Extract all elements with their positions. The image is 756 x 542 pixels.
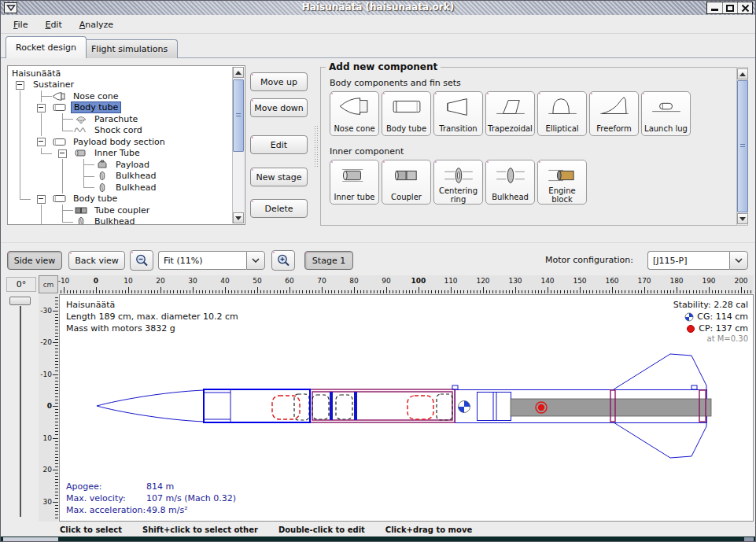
component-tree[interactable]: HaisunäätäSustainerNose coneBody tubePar… [7, 65, 245, 225]
ruler-label: -10 [58, 277, 76, 285]
edit-button[interactable]: Edit [250, 135, 308, 154]
tree-scrollbar[interactable] [232, 67, 244, 223]
tree-item-sustainer[interactable]: Sustainer [9, 79, 231, 91]
tab-bar: Rocket designFlight simulations [1, 34, 755, 58]
tree-expander[interactable] [31, 194, 52, 205]
stage-1-toggle[interactable]: Stage 1 [304, 251, 353, 270]
scroll-up-button[interactable] [737, 68, 748, 79]
component-button-nose-cone[interactable]: Nose cone [330, 91, 379, 136]
rocket-canvas[interactable]: Haisunäätä Length 189 cm, max. diameter … [59, 294, 754, 522]
tree-expander[interactable] [31, 102, 52, 114]
cg-marker [459, 401, 470, 413]
tree-item-bulkhead[interactable]: Bulkhead [9, 182, 231, 194]
ruler-label: -20 [40, 338, 52, 346]
tree-item-nose-cone[interactable]: Nose cone [9, 90, 231, 102]
new-stage-button[interactable]: New stage [250, 168, 308, 186]
bulkhead-marker [354, 392, 357, 420]
minimize-button[interactable] [707, 2, 722, 13]
resize-handle[interactable] [3, 537, 58, 542]
back-view-button[interactable]: Back view [68, 251, 125, 270]
tree-item-tube-coupler[interactable]: Tube coupler [9, 205, 231, 216]
tree-item-bulkhead[interactable]: Bulkhead [9, 171, 231, 183]
scrollbar-thumb[interactable] [233, 79, 244, 152]
tree-item-bulkhead[interactable]: Bulkhead [9, 216, 231, 226]
zoom-out-button[interactable] [130, 250, 153, 271]
close-icon [741, 4, 750, 13]
tree-item-label: Inner Tube [92, 148, 142, 158]
section-label: Inner component [330, 146, 747, 157]
tab-flight-simulations[interactable]: Flight simulations [81, 39, 178, 58]
tab-rocket-design[interactable]: Rocket design [6, 36, 87, 58]
component-button-label: Bulkhead [492, 194, 529, 205]
parachute-icon [73, 114, 89, 124]
tree-item-inner-tube[interactable]: Inner Tube [9, 148, 231, 160]
title-bar[interactable]: Haisunäätä (haisunaata.ork) [1, 1, 755, 15]
component-button-launch-lug[interactable]: Launch lug [641, 91, 691, 136]
move-up-button[interactable]: Move up [250, 72, 308, 91]
tree-item-shock-cord[interactable]: Shock cord [9, 125, 231, 137]
tree-item-body-tube[interactable]: Body tube [9, 194, 231, 205]
flight-data: Apogee:814 mMax. velocity:107 m/s (Mach … [66, 481, 236, 516]
hint-text: Click+drag to move [385, 525, 472, 534]
component-button-centering-ring[interactable]: Centering ring [433, 160, 483, 205]
ruler-label: 0 [47, 402, 52, 410]
component-button-body-tube[interactable]: Body tube [382, 91, 431, 136]
ruler-label: 80 [342, 277, 366, 285]
tree-item-payload-body-section[interactable]: Payload body section [9, 136, 231, 148]
zoom-select[interactable]: Fit (11%) [158, 251, 265, 270]
scroll-down-button[interactable] [233, 212, 244, 223]
tree-expander[interactable] [52, 148, 73, 160]
flight-stat-label: Max. velocity: [66, 492, 146, 504]
delete-button[interactable]: Delete [250, 199, 308, 218]
menu-bar: FileEditAnalyze [1, 16, 755, 34]
component-button-engine-block[interactable]: Engine block [537, 160, 587, 205]
menu-edit[interactable]: Edit [40, 18, 71, 31]
minimize-icon [711, 9, 718, 11]
component-button-transition[interactable]: Transition [433, 91, 483, 136]
component-button-coupler[interactable]: Coupler [382, 160, 431, 205]
menu-file[interactable]: File [9, 18, 37, 31]
bulkhead-icon [492, 164, 529, 187]
tree-expander[interactable] [9, 79, 31, 91]
scroll-up-button[interactable] [233, 67, 244, 78]
arrow-up-icon [235, 71, 242, 75]
bodytube-icon [52, 194, 68, 204]
component-button-bulkhead[interactable]: Bulkhead [485, 160, 535, 205]
component-button-inner-tube[interactable]: Inner tube [330, 160, 379, 205]
resize-handle[interactable] [744, 537, 754, 542]
panel-divider[interactable] [314, 125, 319, 168]
scroll-down-button[interactable] [737, 213, 748, 224]
flight-stat-label: Max. acceleration: [66, 504, 146, 516]
menu-analyze[interactable]: Analyze [75, 18, 123, 31]
tree-expander[interactable] [31, 136, 52, 148]
zoom-select-value: Fit (11%) [158, 251, 246, 270]
tree-item-haisun-t-[interactable]: Haisunäätä [9, 68, 231, 79]
tree-item-label: Bulkhead [113, 183, 158, 193]
motor-configuration-select[interactable]: [J115-P] [647, 251, 748, 270]
maximize-button[interactable] [722, 2, 737, 13]
scrollbar-thumb[interactable] [737, 80, 748, 212]
flight-stat-label: Apogee: [66, 481, 146, 492]
tree-item-label: Parachute [92, 114, 140, 124]
component-button-elliptical[interactable]: Elliptical [537, 91, 587, 136]
rotation-slider[interactable] [9, 297, 31, 305]
chevron-down-icon[interactable] [246, 251, 265, 270]
chevron-down-icon[interactable] [729, 251, 748, 270]
zoom-in-button[interactable] [271, 250, 295, 271]
tree-item-payload[interactable]: Payload [9, 159, 231, 171]
panel-scrollbar[interactable] [736, 67, 748, 226]
component-button-label: Inner tube [334, 194, 375, 205]
component-button-freeform[interactable]: Freeform [589, 91, 639, 136]
component-button-trapezoidal[interactable]: Trapezoidal [485, 91, 535, 136]
window-title: Haisunäätä (haisunaata.ork) [1, 2, 755, 13]
window-bottom-edge [1, 536, 755, 542]
ruler-label: 40 [213, 277, 237, 285]
nosecone-icon [52, 91, 68, 101]
tree-item-label: Payload body section [71, 137, 168, 147]
close-button[interactable] [737, 2, 752, 13]
side-view-button[interactable]: Side view [7, 251, 62, 270]
tree-item-body-tube[interactable]: Body tube [9, 102, 231, 114]
move-down-button[interactable]: Move down [250, 98, 308, 117]
selected-body-tube [204, 389, 310, 422]
tree-item-parachute[interactable]: Parachute [9, 113, 231, 125]
